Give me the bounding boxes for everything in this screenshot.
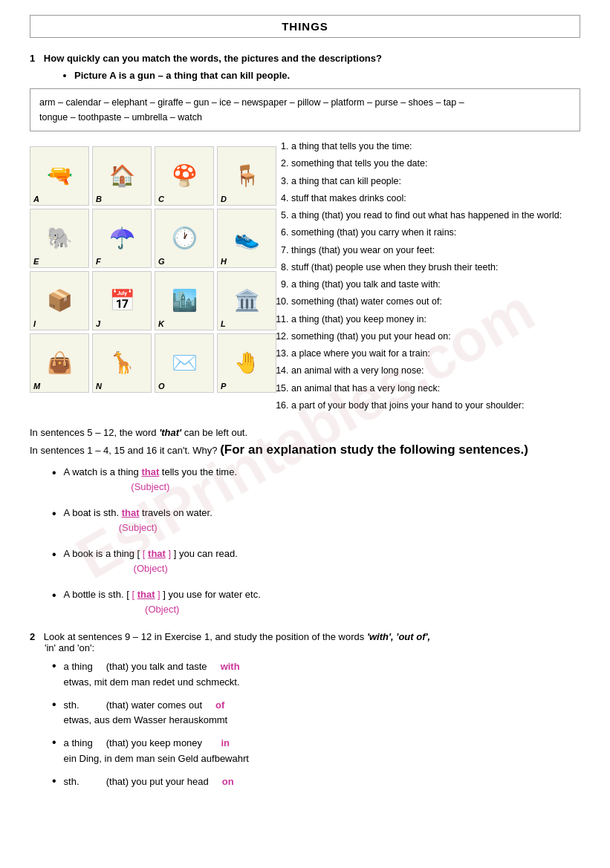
grid-label-i: I bbox=[33, 319, 36, 328]
desc-16: a part of your body that joins your hand… bbox=[45, 398, 580, 414]
note-5-12: In sentences 5 – 12, the word 'that' can… bbox=[30, 427, 580, 438]
grid-icon-n: 🦒 bbox=[109, 353, 135, 373]
section-1: 1 How quickly can you match the words, t… bbox=[30, 53, 580, 415]
grid-label-c: C bbox=[158, 195, 164, 203]
grid-icon-h: 👟 bbox=[234, 228, 260, 249]
grid-label-a: A bbox=[33, 195, 39, 203]
ex3-that: [ that ] bbox=[143, 548, 171, 559]
exercise-content: 🔫 A 🏠 B 🍄 C 🪑 D 🐘 E ☂️ F bbox=[30, 139, 580, 415]
grid-icon-a: 🔫 bbox=[47, 166, 73, 186]
grid-icon-g: 🕐 bbox=[172, 228, 198, 249]
grid-icon-b: 🏠 bbox=[109, 166, 135, 186]
grid-icon-d: 🪑 bbox=[234, 166, 260, 186]
note-1-4: In sentences 1 – 4, 15 and 16 it can't. … bbox=[30, 443, 580, 457]
ex1-after: tells you the time. bbox=[159, 466, 237, 477]
q1-text: How quickly can you match the words, the… bbox=[44, 53, 382, 64]
ex2-that: that bbox=[122, 507, 140, 518]
ex4-after: ] you use for water etc. bbox=[160, 589, 261, 600]
note1-that: 'that' bbox=[159, 427, 181, 438]
bullet-dot-3: • bbox=[52, 546, 56, 563]
ex2-col3-3: in bbox=[221, 737, 230, 748]
grid-cell-o: ✉️ O bbox=[155, 333, 214, 393]
grid-cell-n: 🦒 N bbox=[92, 333, 152, 393]
grid-label-m: M bbox=[33, 382, 40, 391]
ex2-content-1: a thing (that) you talk and taste with e… bbox=[64, 659, 240, 691]
note1-text: In sentences 5 – 12, the word bbox=[30, 427, 159, 438]
example-sentence: Picture A is a gun – a thing that can ki… bbox=[74, 70, 290, 81]
ex2-col1-4: sth. bbox=[64, 776, 80, 787]
ex2-dot-1: • bbox=[52, 659, 56, 673]
ex2-dot-2: • bbox=[52, 698, 56, 711]
ex3-before: A book is a thing [ bbox=[64, 548, 143, 559]
grid-label-o: O bbox=[158, 382, 165, 391]
ex2-german-1: etwas, mit dem man redet und schmeckt. bbox=[64, 676, 240, 688]
note2-big: (For an explanation study the following … bbox=[220, 443, 528, 457]
grid-icon-m: 👜 bbox=[47, 353, 73, 373]
grid-label-j: J bbox=[96, 319, 100, 328]
ex2-col3-1: with bbox=[221, 661, 240, 672]
ex4-before: A bottle is sth. [ bbox=[64, 589, 132, 600]
grid-cell-a: 🔫 A bbox=[30, 146, 89, 206]
grid-label-k: K bbox=[158, 319, 164, 328]
image-grid: 🔫 A 🏠 B 🍄 C 🪑 D 🐘 E ☂️ F bbox=[30, 146, 276, 393]
ex2-col2-3: (that) you keep money bbox=[106, 737, 202, 748]
section-2: 2 Look at sentences 9 – 12 in Exercise 1… bbox=[30, 631, 580, 790]
examples-section: • A watch is a thing that tells you the … bbox=[52, 465, 580, 619]
q1-number: 1 bbox=[30, 53, 35, 64]
word-list: arm – calendar – elephant – giraffe – gu… bbox=[39, 97, 464, 123]
grid-icon-l: 🏛️ bbox=[234, 290, 260, 311]
ex2-content-2: sth. (that) water comes out of etwas, au… bbox=[64, 698, 228, 729]
grid-icon-i: 📦 bbox=[47, 290, 73, 311]
word-box: arm – calendar – elephant – giraffe – gu… bbox=[30, 88, 580, 131]
ex2-dot-4: • bbox=[52, 774, 56, 788]
ex4-label: (Object) bbox=[64, 602, 261, 617]
grid-icon-o: ✉️ bbox=[172, 353, 198, 373]
grid-cell-k: 🏙️ K bbox=[155, 271, 214, 330]
ex1-before: A watch is a thing bbox=[64, 466, 142, 477]
ex2-col1-1: a thing bbox=[64, 661, 93, 672]
ex2-content-3: a thing (that) you keep money in ein Din… bbox=[64, 736, 249, 767]
ex2-content-4: sth. (that) you put your head on bbox=[64, 774, 234, 790]
ex2-bullet-3: • a thing (that) you keep money in ein D… bbox=[52, 736, 580, 767]
ex2-before: A boat is sth. bbox=[64, 507, 122, 518]
q2-text-end: 'in' and 'on': bbox=[45, 642, 94, 653]
ex3-label: (Object) bbox=[64, 561, 238, 576]
grid-label-e: E bbox=[33, 257, 39, 266]
question-1: 1 How quickly can you match the words, t… bbox=[30, 53, 580, 64]
example-3-block: A book is a thing [ [ that ] ] you can r… bbox=[64, 546, 238, 578]
ex2-bullet-4: • sth. (that) you put your head on bbox=[52, 774, 580, 790]
example-2: • A boat is sth. that travels on water. … bbox=[52, 506, 580, 538]
grid-label-b: B bbox=[96, 195, 102, 203]
ex2-german-3: ein Ding, in dem man sein Geld aufbewahr… bbox=[64, 753, 249, 764]
q2-words: 'with', 'out of', bbox=[367, 631, 430, 642]
grid-cell-g: 🕐 G bbox=[155, 209, 214, 268]
grid-label-n: N bbox=[96, 382, 102, 391]
grid-cell-c: 🍄 C bbox=[155, 146, 214, 206]
ex1-label: (Subject) bbox=[64, 480, 237, 495]
bullet-dot-1: • bbox=[52, 465, 56, 481]
note1-end: can be left out. bbox=[181, 427, 247, 438]
grid-cell-m: 👜 M bbox=[30, 333, 89, 393]
ex2-german-2: etwas, aus dem Wasser herauskommt bbox=[64, 714, 228, 725]
grid-label-f: F bbox=[96, 257, 101, 266]
ex2-dot-3: • bbox=[52, 736, 56, 749]
ex2-bullet-2: • sth. (that) water comes out of etwas, … bbox=[52, 698, 580, 729]
grid-label-l: L bbox=[221, 319, 226, 328]
ex2-col1-2: sth. bbox=[64, 699, 80, 711]
ex2-bullet-1: • a thing (that) you talk and taste with… bbox=[52, 659, 580, 691]
ex3-that-word: that bbox=[148, 548, 166, 559]
grid-icon-f: ☂️ bbox=[109, 228, 135, 249]
bullet-dot-2: • bbox=[52, 506, 56, 522]
title-text: THINGS bbox=[282, 20, 328, 33]
grid-cell-f: ☂️ F bbox=[92, 209, 152, 268]
ex2-col2-4: (that) you put your head bbox=[106, 776, 209, 787]
grid-cell-b: 🏠 B bbox=[92, 146, 152, 206]
grid-cell-d: 🪑 D bbox=[217, 146, 276, 206]
grid-icon-p: 🤚 bbox=[234, 353, 260, 373]
example-4: • A bottle is sth. [ [ that ] ] you use … bbox=[52, 587, 580, 619]
ex4-that: [ that ] bbox=[132, 589, 160, 600]
grid-cell-i: 📦 I bbox=[30, 271, 89, 330]
note2-start: In sentences 1 – 4, 15 and 16 it can't. … bbox=[30, 445, 218, 456]
page-title: THINGS bbox=[30, 15, 580, 38]
ex2-col2-1: (that) you talk and taste bbox=[106, 661, 207, 672]
